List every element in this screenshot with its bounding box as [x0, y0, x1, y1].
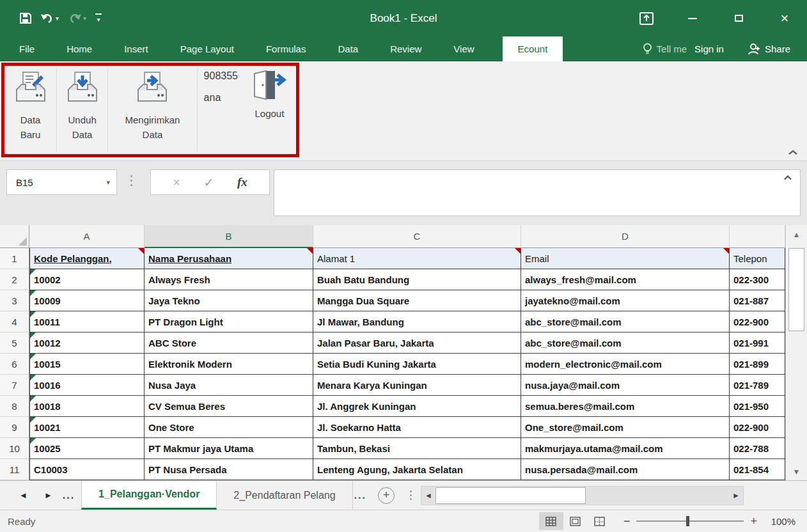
cell-D11[interactable]: nusa.persada@mail.com	[521, 459, 730, 480]
row-header-4[interactable]: 4	[0, 311, 29, 332]
tab-formulas[interactable]: Formulas	[265, 36, 308, 61]
cell-D2[interactable]: always_fresh@mail.com	[521, 269, 730, 290]
expand-formula-bar-icon[interactable]	[783, 175, 792, 180]
ribbon-display-options-icon[interactable]	[638, 10, 655, 27]
data-baru-button[interactable]: DataBaru	[4, 66, 56, 154]
cell-B7[interactable]: Nusa Jaya	[145, 375, 313, 396]
cell-E5[interactable]: 021-991	[730, 332, 785, 354]
tab-view[interactable]: View	[452, 36, 475, 61]
cancel-icon[interactable]: ×	[173, 175, 180, 190]
column-header-b[interactable]: B	[145, 225, 313, 248]
row-header-1[interactable]: 1	[0, 248, 29, 269]
maximize-button[interactable]	[730, 10, 747, 27]
zoom-slider-handle[interactable]	[686, 516, 689, 526]
zoom-level[interactable]: 100%	[766, 516, 795, 527]
sheet-tab-pendaftaran[interactable]: 2_Pendaftaran Pelang	[217, 481, 352, 510]
cell-E11[interactable]: 021-854	[730, 459, 785, 480]
tab-page-layout[interactable]: Page Layout	[179, 36, 235, 61]
column-header-d[interactable]: D	[521, 225, 730, 248]
tab-file[interactable]: File	[18, 36, 36, 61]
cell-E3[interactable]: 021-887	[730, 290, 785, 311]
cell-D10[interactable]: makmurjaya.utama@mail.com	[521, 438, 730, 459]
page-break-preview-icon[interactable]	[588, 512, 612, 530]
cell-C9[interactable]: Jl. Soekarno Hatta	[313, 417, 521, 438]
cell-C8[interactable]: Jl. Anggrek Kuningan	[313, 396, 521, 417]
tell-me-box[interactable]: Tell me	[643, 43, 687, 56]
cell-A2[interactable]: 10002	[29, 269, 145, 290]
column-header-a[interactable]: A	[29, 225, 145, 248]
tab-home[interactable]: Home	[65, 36, 93, 61]
scroll-down-icon[interactable]: ▼	[786, 467, 807, 476]
cell-C3[interactable]: Mangga Dua Square	[313, 290, 521, 311]
vertical-scroll-thumb[interactable]	[788, 248, 804, 331]
cell-A9[interactable]: 10021	[29, 417, 145, 438]
share-button[interactable]: Share	[748, 43, 790, 55]
undo-button[interactable]: ▾	[40, 13, 59, 24]
redo-caret-icon[interactable]: ▾	[83, 15, 86, 22]
cell-B2[interactable]: Always Fresh	[145, 269, 313, 290]
cell-B11[interactable]: PT Nusa Persada	[145, 459, 313, 480]
cell-E6[interactable]: 021-899	[730, 354, 785, 375]
cell-A4[interactable]: 10011	[29, 311, 145, 332]
cell-C4[interactable]: Jl Mawar, Bandung	[313, 311, 521, 332]
cell-A6[interactable]: 10015	[29, 354, 145, 375]
save-icon[interactable]	[19, 12, 31, 24]
zoom-in-button[interactable]: +	[750, 515, 757, 528]
tab-review[interactable]: Review	[389, 36, 423, 61]
customize-qat-icon[interactable]: ▾	[95, 13, 102, 23]
sheet-nav-right-icon[interactable]: ►	[44, 490, 52, 500]
row-header-3[interactable]: 3	[0, 290, 29, 311]
cell-A7[interactable]: 10016	[29, 375, 145, 396]
cell-B6[interactable]: Elektronik Modern	[145, 354, 313, 375]
cell-D1[interactable]: Email	[521, 248, 730, 269]
tab-bar-splitter[interactable]	[410, 490, 412, 500]
row-header-9[interactable]: 9	[0, 417, 29, 438]
cell-B3[interactable]: Jaya Tekno	[145, 290, 313, 311]
cell-C5[interactable]: Jalan Pasar Baru, Jakarta	[313, 332, 521, 354]
name-box[interactable]: B15 ▾	[6, 169, 117, 195]
cell-C11[interactable]: Lenteng Agung, Jakarta Selatan	[313, 459, 521, 480]
cell-D4[interactable]: abc_store@mail.com	[521, 311, 730, 332]
sheet-tab-pelanggan-vendor[interactable]: 1_Pelanggan·Vendor	[81, 481, 217, 510]
cell-A8[interactable]: 10018	[29, 396, 145, 417]
cell-E9[interactable]: 022-900	[730, 417, 785, 438]
cell-C7[interactable]: Menara Karya Kuningan	[313, 375, 521, 396]
redo-button[interactable]: ▾	[68, 13, 86, 24]
cell-B1[interactable]: Nama Perusahaan	[145, 248, 313, 269]
mengirimkan-data-button[interactable]: MengirimkanData	[108, 66, 196, 154]
tab-insert[interactable]: Insert	[123, 36, 150, 61]
horizontal-scrollbar[interactable]: ◄ ►	[421, 486, 744, 505]
cell-E8[interactable]: 021-950	[730, 396, 785, 417]
row-header-6[interactable]: 6	[0, 354, 29, 375]
zoom-out-button[interactable]: −	[623, 515, 631, 528]
row-header-10[interactable]: 10	[0, 438, 29, 459]
cell-B5[interactable]: ABC Store	[145, 332, 313, 354]
cell-A5[interactable]: 10012	[29, 332, 145, 354]
horizontal-scroll-thumb[interactable]	[435, 487, 586, 504]
new-sheet-button[interactable]: +	[378, 487, 395, 504]
cell-C10[interactable]: Tambun, Bekasi	[313, 438, 521, 459]
scroll-left-icon[interactable]: ◄	[421, 491, 435, 500]
row-header-7[interactable]: 7	[0, 375, 29, 396]
cell-B8[interactable]: CV Semua Beres	[145, 396, 313, 417]
sheet-nav-left-icon[interactable]: ◄	[19, 490, 27, 500]
cell-A1[interactable]: Kode Pelanggan,	[29, 248, 145, 269]
unduh-data-button[interactable]: UnduhData	[57, 66, 107, 154]
cell-B4[interactable]: PT Dragon Light	[145, 311, 313, 332]
cell-C6[interactable]: Setia Budi Kuning Jakarta	[313, 354, 521, 375]
page-layout-view-icon[interactable]	[563, 512, 588, 530]
cell-B10[interactable]: PT Makmur jaya Utama	[145, 438, 313, 459]
cell-E10[interactable]: 022-788	[730, 438, 785, 459]
logout-button[interactable]: Logout	[243, 66, 296, 154]
more-sheets-indicator[interactable]: ...	[353, 490, 372, 501]
row-header-8[interactable]: 8	[0, 396, 29, 417]
cell-A3[interactable]: 10009	[29, 290, 145, 311]
minimize-button[interactable]	[684, 10, 701, 27]
normal-view-icon[interactable]	[539, 512, 563, 530]
column-header-e[interactable]	[730, 225, 785, 248]
cell-D3[interactable]: jayatekno@mail.com	[521, 290, 730, 311]
cell-D8[interactable]: semua.beres@mail.com	[521, 396, 730, 417]
sign-in-button[interactable]: Sign in	[694, 43, 724, 54]
cell-D7[interactable]: nusa.jaya@mail.com	[521, 375, 730, 396]
tab-ecount[interactable]: Ecount	[503, 36, 563, 61]
